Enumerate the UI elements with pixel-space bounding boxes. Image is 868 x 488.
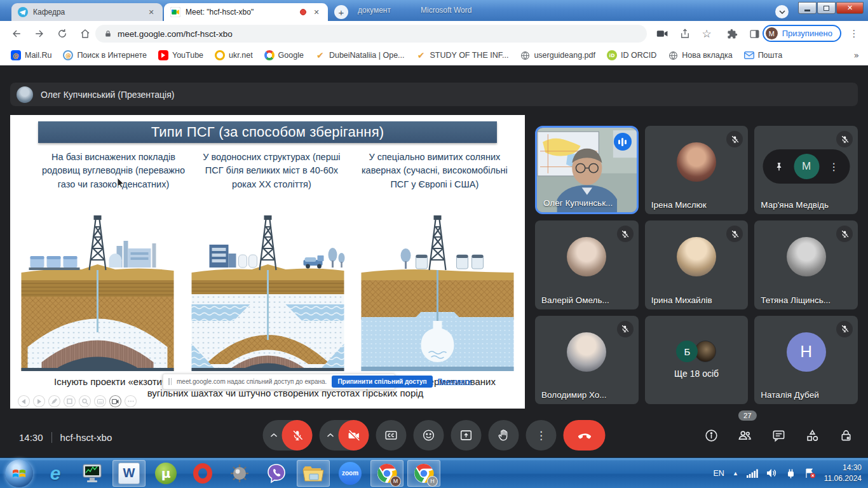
taskbar-item-monitor[interactable] <box>74 459 111 487</box>
next-slide-button[interactable] <box>33 395 45 407</box>
end-call-button[interactable] <box>564 420 606 451</box>
maximize-button[interactable] <box>817 2 836 14</box>
prev-slide-button[interactable] <box>18 395 30 407</box>
emoji-icon <box>422 428 436 442</box>
taskbar-clock[interactable]: 14:30 11.06.2024 <box>824 463 862 483</box>
zoom-slide-button[interactable] <box>79 395 91 407</box>
bookmark-newtab[interactable]: Нова вкладка <box>662 48 738 63</box>
participant-tile-overflow[interactable]: Б Ще 18 осіб <box>645 316 749 404</box>
side-panel-icon[interactable] <box>747 26 762 41</box>
home-button[interactable] <box>78 26 93 41</box>
mic-muted-icon <box>836 321 853 337</box>
power-plug-icon[interactable] <box>785 468 796 478</box>
highlighter-button[interactable] <box>64 395 76 407</box>
taskbar-item-zoom[interactable]: zoom <box>332 459 369 487</box>
taskbar-item-minesweeper[interactable] <box>221 459 258 487</box>
hide-notice-link[interactable]: Приховати <box>438 378 472 385</box>
tab-meet[interactable]: Meet: "hcf-hsct-xbo" ✕ <box>164 3 328 21</box>
share-notice-text: meet.google.com надає спільний доступ до… <box>177 378 327 385</box>
tab-search-button[interactable] <box>775 5 789 18</box>
taskbar-item-viber[interactable] <box>258 459 295 487</box>
profile-button[interactable]: M Призупинено <box>763 25 841 42</box>
reload-button[interactable] <box>55 26 70 41</box>
participant-tile-tetyana[interactable]: Тетяна Ліщинсь... <box>754 220 858 309</box>
bookmark-youtube[interactable]: YouTube <box>153 48 209 63</box>
volume-icon[interactable] <box>766 468 777 478</box>
subtitles-button[interactable] <box>94 395 106 407</box>
stop-sharing-button[interactable]: Припинити спільний доступ <box>332 376 432 388</box>
share-icon[interactable] <box>677 26 693 41</box>
network-signal-icon[interactable] <box>747 469 758 478</box>
more-options-button[interactable]: ⋮ <box>526 420 557 451</box>
forward-button[interactable] <box>32 26 47 41</box>
google-meet-icon <box>170 7 180 17</box>
taskbar-item-chrome-1[interactable]: M <box>370 460 403 487</box>
reactions-button[interactable] <box>414 420 444 451</box>
bookmark-userguide[interactable]: userguideang.pdf <box>514 48 601 63</box>
taskbar-item-opera[interactable] <box>184 459 221 487</box>
close-window-button[interactable]: ✕ <box>836 2 864 14</box>
forward-icon <box>34 28 45 39</box>
avatar: Б <box>676 341 698 362</box>
bookmark-mailru[interactable]: @Mail.Ru <box>5 48 57 63</box>
minimize-button[interactable] <box>798 2 817 14</box>
extensions-icon[interactable] <box>724 26 740 41</box>
address-bar[interactable]: meet.google.com/hcf-hsct-xbo <box>95 25 647 43</box>
tab-kafedra[interactable]: Кафедра ✕ <box>11 3 163 21</box>
bookmark-dubei[interactable]: ✔DubeiNataliia | Ope... <box>309 48 410 63</box>
action-center-flag-icon[interactable] <box>804 468 816 478</box>
bookmark-mail[interactable]: Пошта <box>738 48 789 63</box>
bookmark-study[interactable]: ✔STUDY OF THE INF... <box>410 48 515 63</box>
camera-feed-button[interactable] <box>109 395 121 407</box>
tile-menu-icon[interactable]: ⋮ <box>829 161 839 173</box>
taskbar-item-word[interactable]: W <box>112 460 146 487</box>
drag-handle[interactable] <box>168 378 172 385</box>
meeting-time: 14:30 <box>19 432 43 443</box>
taskbar-item-utorrent[interactable]: µ <box>147 459 184 487</box>
close-tab-icon[interactable]: ✕ <box>311 7 322 17</box>
participant-tile-irena[interactable]: Ірена Мислюк <box>645 126 749 214</box>
present-button[interactable] <box>451 420 482 451</box>
participants-button[interactable]: 27 <box>736 427 753 444</box>
bookmark-google[interactable]: Google <box>259 48 309 63</box>
mic-mute-button[interactable] <box>282 420 313 451</box>
participant-tile-iryna[interactable]: Ірина Михайлів <box>645 220 749 309</box>
bookmark-label: Mail.Ru <box>25 51 51 60</box>
chat-button[interactable] <box>770 427 787 444</box>
taskbar-item-explorer[interactable] <box>297 460 330 487</box>
activities-button[interactable] <box>804 427 820 444</box>
bookmark-search[interactable]: @Поиск в Интернете <box>57 48 153 63</box>
tray-date: 11.06.2024 <box>824 473 862 484</box>
captions-button[interactable] <box>376 420 407 451</box>
bookmark-ukrnet[interactable]: ukr.net <box>209 48 259 63</box>
participant-tile-volodymyr[interactable]: Володимир Хо... <box>535 316 639 404</box>
participant-tile-maryana[interactable]: М ⋮ Мар'яна Медвідь <box>754 126 858 214</box>
language-indicator[interactable]: EN <box>714 469 724 478</box>
pin-icon[interactable] <box>773 161 784 173</box>
bookmark-star-icon[interactable]: ☆ <box>699 26 714 41</box>
close-tab-icon[interactable]: ✕ <box>146 7 156 17</box>
pen-tool-button[interactable] <box>48 395 60 407</box>
taskbar-item-chrome-2[interactable]: H <box>407 460 440 487</box>
participant-tile-nataliya[interactable]: Н Наталія Дубей <box>754 316 858 404</box>
raise-hand-button[interactable] <box>489 420 519 451</box>
zoom-icon: zoom <box>339 462 362 485</box>
bookmarks-overflow-icon[interactable]: » <box>853 50 868 60</box>
camera-permission-icon[interactable] <box>654 26 670 41</box>
host-controls-button[interactable] <box>837 427 854 444</box>
bookmark-label: userguideang.pdf <box>534 51 595 60</box>
participant-tile-valerii[interactable]: Валерій Омель... <box>535 220 639 309</box>
hidden-icons-arrow[interactable]: ▲ <box>733 470 738 477</box>
meeting-details-button[interactable] <box>703 427 719 444</box>
camera-off-button[interactable] <box>339 420 369 451</box>
new-tab-button[interactable]: + <box>334 5 348 19</box>
camera-options-button[interactable] <box>322 433 339 437</box>
mic-options-button[interactable] <box>266 433 282 437</box>
taskbar-item-ie[interactable]: e <box>37 459 74 487</box>
bookmark-orcid[interactable]: iDID ORCID <box>601 48 662 63</box>
more-controls-button[interactable] <box>125 395 137 407</box>
start-button[interactable] <box>5 459 33 487</box>
back-button[interactable] <box>9 26 24 41</box>
participant-tile-oleg[interactable]: Олег Купчинськ... <box>535 126 639 214</box>
browser-menu-icon[interactable]: ⋮ <box>846 26 862 41</box>
